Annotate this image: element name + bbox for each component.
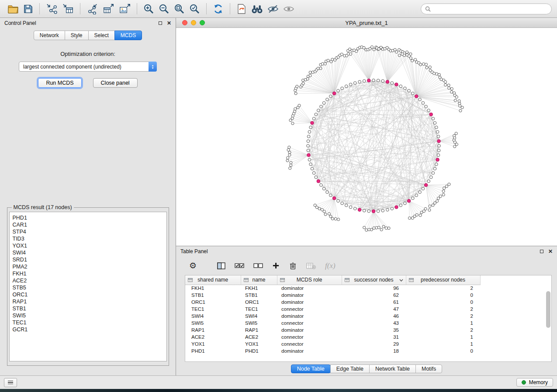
import-network-button[interactable] — [44, 3, 60, 15]
mcds-result-item[interactable]: YOX1 — [13, 242, 163, 249]
tab-edge-table[interactable]: Edge Table — [330, 364, 370, 373]
desktop-background — [0, 389, 557, 392]
tab-select[interactable]: Select — [88, 31, 115, 40]
mcds-result-item[interactable]: STB1 — [13, 305, 163, 312]
tab-node-table[interactable]: Node Table — [291, 364, 331, 373]
zoom-selected-button[interactable] — [187, 3, 202, 15]
table-row[interactable]: RAP1RAP1dominator352 — [185, 327, 480, 334]
mcds-result-item[interactable]: PMA2 — [13, 263, 163, 270]
mcds-result-item[interactable]: SRD1 — [13, 256, 163, 263]
refresh-button[interactable] — [211, 3, 226, 15]
mcds-result-item[interactable]: TEC1 — [13, 319, 163, 326]
tab-network[interactable]: Network — [34, 31, 65, 40]
zoom-out-button[interactable] — [156, 3, 172, 15]
export-image-button[interactable] — [117, 3, 133, 15]
task-history-button[interactable] — [4, 378, 17, 387]
open-session-button[interactable] — [5, 3, 21, 15]
export-table-button[interactable] — [100, 3, 117, 15]
mcds-result-item[interactable]: ORC1 — [13, 291, 163, 298]
search-input[interactable] — [433, 6, 547, 12]
unchecked-boxes-icon — [253, 262, 263, 269]
table-row[interactable]: TEC1TEC1connector472 — [185, 306, 480, 313]
table-cell: ACE2 — [185, 334, 241, 340]
delete-column-button[interactable] — [288, 261, 298, 271]
show-view-button[interactable] — [281, 3, 297, 15]
run-mcds-button[interactable]: Run MCDS — [38, 78, 81, 88]
minimize-window-icon[interactable] — [191, 20, 196, 25]
column-header-predecessor-nodes[interactable]: predecessor nodes — [406, 275, 480, 285]
table-row[interactable]: SWI4SWI4dominator462 — [185, 313, 480, 320]
save-session-button[interactable] — [21, 3, 35, 15]
mcds-result-item[interactable]: STB5 — [13, 284, 163, 291]
mcds-result-item[interactable]: SWI5 — [13, 312, 163, 319]
tab-style[interactable]: Style — [65, 31, 89, 40]
mcds-result-item[interactable]: PHD1 — [13, 214, 163, 221]
clear-table-button[interactable] — [305, 261, 317, 270]
close-table-panel-icon[interactable]: ✕ — [548, 249, 553, 254]
table-row[interactable]: YOX1YOX1connector291 — [185, 340, 480, 347]
close-panel-icon[interactable]: ✕ — [167, 21, 171, 26]
tab-mcds[interactable]: MCDS — [114, 31, 142, 40]
search-network-button[interactable] — [249, 3, 265, 15]
table-cell: dominator — [277, 327, 342, 334]
network-view-window: YPA_prune.txt_1 — [176, 18, 557, 246]
mcds-result-list[interactable]: PHD1CAR1STP4TID3YOX1SWI4SRD1PMA2FKH1ACE2… — [9, 212, 167, 361]
mcds-result-item[interactable]: FKH1 — [13, 270, 163, 277]
plus-icon — [272, 262, 280, 269]
column-type-icon — [244, 278, 249, 282]
table-cell: SWI5 — [241, 320, 277, 327]
table-row[interactable]: ACE2ACE2connector311 — [185, 334, 480, 340]
export-network-button[interactable] — [84, 3, 100, 15]
float-table-panel-icon[interactable] — [540, 250, 543, 253]
function-builder-button[interactable]: f(x) — [324, 261, 336, 271]
table-cell: 2 — [406, 327, 480, 334]
mcds-result-item[interactable]: ACE2 — [13, 277, 163, 284]
zoom-in-button[interactable] — [141, 3, 156, 15]
zoom-fit-button[interactable] — [172, 3, 187, 15]
table-row[interactable]: STB1STB1dominator620 — [185, 292, 480, 299]
close-window-icon[interactable] — [182, 20, 187, 25]
table-row[interactable]: SWI5SWI5connector431 — [185, 320, 480, 327]
tab-network-table[interactable]: Network Table — [369, 364, 416, 373]
scrollbar-thumb[interactable] — [546, 291, 550, 328]
column-header-name[interactable]: name — [241, 275, 277, 285]
column-header-shared-name[interactable]: shared name — [185, 275, 241, 285]
control-panel-tabs: Network Style Select MCDS — [0, 31, 176, 40]
maximize-window-icon[interactable] — [200, 20, 205, 25]
add-column-button[interactable] — [271, 261, 280, 270]
share-document-button[interactable] — [234, 3, 249, 15]
memory-button[interactable]: Memory — [516, 378, 553, 387]
network-graph[interactable] — [176, 28, 557, 246]
criterion-select[interactable]: largest connected component (undirected)… — [19, 62, 157, 72]
table-settings-button[interactable]: ⚙ — [188, 261, 197, 271]
column-header-mcds-role[interactable]: MCDS role — [277, 275, 342, 285]
unselect-all-columns-button[interactable] — [253, 261, 264, 270]
memory-status-icon — [522, 380, 526, 385]
hide-analysis-button[interactable] — [265, 3, 281, 15]
table-cell: PHD1 — [185, 347, 241, 354]
mcds-result-item[interactable]: SWI4 — [13, 249, 163, 256]
open-folder-icon — [7, 4, 19, 14]
mcds-result-item[interactable]: RAP1 — [13, 298, 163, 305]
table-row[interactable]: PHD1PHD1dominator180 — [185, 347, 480, 354]
select-all-columns-button[interactable] — [234, 261, 245, 270]
table-row[interactable]: ORC1ORC1dominator610 — [185, 299, 480, 306]
table-cell: RAP1 — [185, 327, 241, 334]
mcds-result-item[interactable]: CAR1 — [13, 221, 163, 228]
table-cell: dominator — [277, 299, 342, 306]
column-header-successor-nodes[interactable]: successor nodes — [342, 275, 406, 285]
mcds-result-item[interactable]: GCR1 — [13, 326, 163, 333]
table-cell: ACE2 — [241, 334, 277, 340]
mcds-tab-body: Optimization criterion: largest connecte… — [0, 45, 176, 375]
float-panel-icon[interactable] — [159, 21, 162, 25]
show-columns-button[interactable] — [216, 261, 226, 270]
import-table-button[interactable] — [60, 3, 76, 15]
mcds-result-item[interactable]: TID3 — [13, 235, 163, 242]
table-cell: STB1 — [185, 292, 241, 299]
table-scrollbar[interactable] — [546, 286, 550, 360]
mcds-result-item[interactable]: STP4 — [13, 228, 163, 235]
network-canvas[interactable] — [176, 28, 557, 246]
close-panel-button[interactable]: Close panel — [93, 78, 138, 88]
table-row[interactable]: FKH1FKH1dominator962 — [185, 285, 480, 292]
tab-motifs[interactable]: Motifs — [415, 364, 442, 373]
